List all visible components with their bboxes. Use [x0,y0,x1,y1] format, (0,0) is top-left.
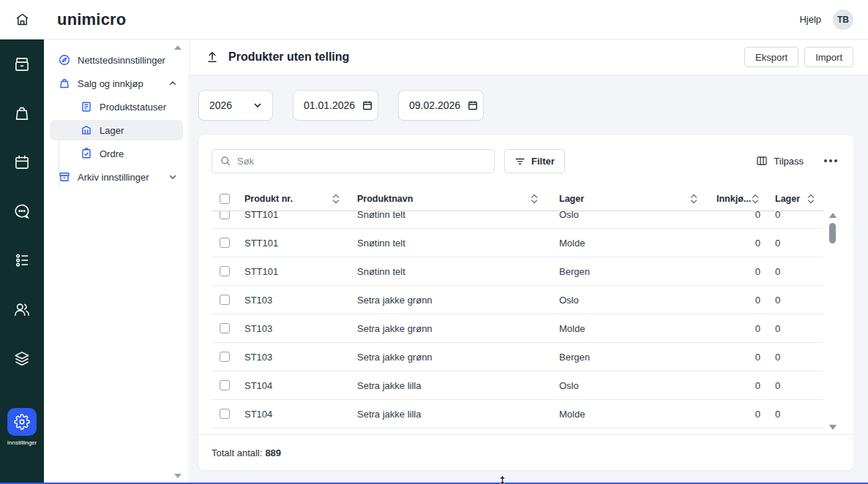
table-row[interactable]: ST103 Setra jakke grønn Molde 0 0 [212,314,823,343]
sort-icon[interactable] [531,194,538,204]
sidebar-scroll-down-icon[interactable] [174,474,182,478]
sidebar-item-nettstedsinnstillinger[interactable]: Nettstedsinnstillinger [50,50,183,70]
column-header-innkjop[interactable]: Innkjø... [706,194,768,204]
topbar: unimicro Hjelp TB [0,0,868,39]
rail-item-checklist[interactable] [0,235,44,284]
more-menu-button[interactable] [821,156,840,165]
table-row[interactable]: STT101 Snøtinn telt Oslo 0 0 [212,211,823,229]
chevron-up-icon [168,79,177,88]
gear-icon [14,414,30,430]
filter-bar: 2026 01.01.2026 09.02.2026 [190,75,868,121]
table-row[interactable]: ST104 Setra jakke lilla Molde 0 0 [212,400,823,428]
sidebar-item-salg-og-innkjop[interactable]: Salg og innkjøp [50,73,183,94]
brand-logo[interactable]: unimicro [57,10,127,29]
sort-icon[interactable] [332,194,340,204]
scroll-down-icon[interactable] [829,425,837,430]
sidebar-item-lager[interactable]: Lager [50,120,183,140]
table-row[interactable]: ST104 Setra jakke lilla Oslo 0 0 [212,371,823,400]
warehouse-icon [81,124,92,136]
row-checkbox[interactable] [220,266,230,276]
calendar-icon [12,153,31,172]
home-button[interactable] [0,12,44,27]
chat-icon [12,202,31,221]
row-checkbox[interactable] [220,409,230,419]
total-count: 889 [265,447,281,458]
scroll-up-icon[interactable] [829,213,837,218]
row-checkbox[interactable] [220,352,230,362]
row-checkbox[interactable] [220,238,230,248]
date-from-input[interactable]: 01.01.2026 [293,90,378,121]
calendar-icon [362,100,373,110]
export-button[interactable]: Eksport [744,47,798,67]
rail-item-chat[interactable] [0,186,44,235]
clipboard-check-icon [81,148,92,159]
sort-icon[interactable] [807,194,815,204]
upload-icon[interactable] [205,50,220,64]
rail-item-layers[interactable] [0,333,44,382]
globe-icon [59,54,70,66]
chevron-down-icon [168,173,177,181]
sidebar-item-ordre[interactable]: Ordre [50,143,183,164]
help-link[interactable]: Hjelp [799,14,821,25]
table-row[interactable]: ST103 Setra jakke grønn Oslo 0 0 [212,286,823,314]
row-checkbox[interactable] [220,211,230,219]
search-input[interactable] [237,156,487,167]
sort-icon[interactable] [752,194,759,204]
tilpass-button[interactable]: Tilpass [756,155,804,167]
year-select[interactable]: 2026 [198,90,273,121]
column-header-lager-2[interactable]: Lager [768,194,823,204]
date-to-input[interactable]: 09.02.2026 [398,90,484,121]
sidebar-item-arkiv-innstillinger[interactable]: Arkiv innstillinger [50,167,183,187]
rail-item-calendar[interactable] [0,137,44,186]
rail-item-users[interactable] [0,284,44,333]
select-all-checkbox[interactable] [220,194,230,204]
archive-box-icon [12,55,31,74]
chevron-down-icon [253,101,262,110]
row-checkbox[interactable] [220,323,230,333]
import-button[interactable]: Import [804,47,853,67]
filter-button[interactable]: Filter [504,149,565,173]
search-icon [220,155,231,167]
table-row[interactable]: ST103 Setra jakke grønn Bergen 0 0 [212,343,823,371]
page-title: Produkter uten telling [228,50,349,64]
table-card: Filter Tilpass Produkt nr. [198,135,853,470]
shopping-bag-icon [12,104,31,123]
row-checkbox[interactable] [220,295,230,305]
row-checkbox[interactable] [220,380,230,390]
settings-label: Innstillinger [0,439,44,446]
sidebar-item-produktstatuser[interactable]: Produktstatuser [50,97,183,117]
users-icon [12,300,31,319]
rail-item-archive[interactable] [0,39,44,88]
home-icon [15,12,30,27]
columns-icon [756,155,768,167]
main-area: Produkter uten telling Eksport Import 20… [190,39,868,483]
table-scrollbar[interactable] [829,211,837,430]
rail-item-sales[interactable] [0,88,44,137]
column-header-produktnavn[interactable]: Produktnavn [348,194,547,204]
layers-icon [12,349,31,368]
table-row[interactable]: STT101 Snøtinn telt Molde 0 0 [212,229,823,257]
page-header: Produkter uten telling Eksport Import [190,39,868,75]
search-input-wrap [212,149,495,173]
archive-icon [59,171,70,183]
column-header-lager[interactable]: Lager [547,194,706,204]
table-row[interactable]: STT101 Snøtinn telt Bergen 0 0 [212,257,823,286]
checklist-icon [12,251,31,270]
settings-button[interactable] [7,408,37,436]
avatar[interactable]: TB [833,10,853,30]
receipt-icon [81,101,92,113]
table-footer: Totalt antall: 889 [198,434,853,470]
filter-icon [515,156,525,167]
scrollbar-thumb[interactable] [829,223,836,243]
calendar-icon [468,100,478,110]
settings-section: Innstillinger [0,408,44,446]
column-header-produkt-nr[interactable]: Produkt nr. [236,194,348,204]
bag-icon [59,77,70,89]
table-header: Produkt nr. Produktnavn Lager Innkjø... … [212,187,823,211]
table-body: STT101 Snøtinn telt Oslo 0 0 STT101 Snøt… [212,211,823,434]
sidebar: Nettstedsinnstillinger Salg og innkjøp P… [44,39,190,483]
sort-icon[interactable] [690,194,697,204]
